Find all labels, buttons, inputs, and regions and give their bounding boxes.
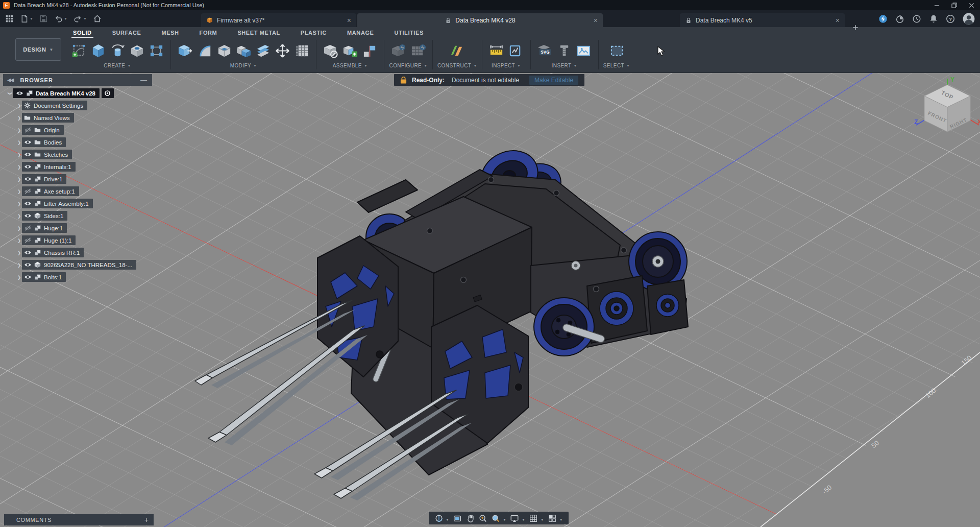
browser-item-huge-1[interactable]: ❯Huge:1 — [3, 223, 152, 233]
chevron-right-icon[interactable]: ❯ — [16, 275, 22, 280]
visibility-eye-icon[interactable] — [24, 274, 32, 280]
ribbon-tab-surface[interactable]: SURFACE — [111, 28, 143, 38]
visibility-eye-icon[interactable] — [24, 213, 32, 219]
collapse-panel-icon[interactable]: ◀◀ — [7, 77, 13, 83]
tree-item-chip[interactable]: Named Views — [22, 113, 74, 123]
chevron-down-icon[interactable]: ▼ — [503, 518, 506, 521]
ribbon-tab-form[interactable]: FORM — [198, 28, 219, 38]
help-icon[interactable]: ? — [946, 14, 955, 23]
workspace-selector[interactable]: DESIGN▼ — [15, 38, 61, 61]
offset-face-icon[interactable] — [253, 39, 273, 62]
parameters-icon[interactable] — [292, 39, 311, 62]
chevron-right-icon[interactable]: ❯ — [16, 115, 22, 121]
minimize-icon[interactable] — [928, 0, 945, 10]
ribbon-group-label[interactable]: INSERT▼ — [552, 63, 577, 68]
chevron-right-icon[interactable]: ❯ — [16, 128, 22, 133]
shell-icon[interactable] — [214, 39, 234, 62]
new-component-icon[interactable] — [340, 39, 360, 62]
chevron-right-icon[interactable]: ❯ — [16, 140, 22, 145]
chevron-right-icon[interactable]: ❯ — [16, 201, 22, 206]
save-icon[interactable] — [39, 14, 48, 23]
browser-item-bolts-1[interactable]: ❯Bolts:1 — [3, 272, 152, 282]
browser-item-chassis-rr-1[interactable]: ❯Chassis RR:1 — [3, 248, 152, 257]
visibility-off-icon[interactable] — [24, 188, 32, 194]
redo-icon[interactable]: ▼ — [74, 14, 87, 23]
canvas-insert-icon[interactable] — [574, 39, 594, 62]
revolve-icon[interactable] — [108, 39, 127, 62]
undo-icon[interactable]: ▼ — [54, 14, 67, 23]
restore-icon[interactable] — [945, 0, 963, 10]
viewcube[interactable]: Y Z X TOP FRONT RIGHT — [913, 75, 980, 135]
insert-mcmaster-icon[interactable] — [555, 39, 574, 62]
create-sketch-icon[interactable] — [69, 39, 88, 62]
chevron-right-icon[interactable]: ❯ — [16, 226, 22, 231]
chevron-down-icon[interactable]: ▼ — [446, 518, 449, 521]
pan-icon[interactable] — [464, 513, 477, 523]
chevron-right-icon[interactable]: ❯ — [8, 90, 13, 96]
chevron-right-icon[interactable]: ❯ — [16, 103, 22, 108]
hole-icon[interactable] — [127, 39, 146, 62]
new-tab-button[interactable] — [851, 23, 860, 32]
ribbon-group-label[interactable]: MODIFY▼ — [230, 63, 257, 68]
browser-item-data-breach-mk4-v28[interactable]: ❯Data Breach MK4 v28 — [3, 88, 152, 98]
ribbon-group-label[interactable]: ASSEMBLE▼ — [333, 63, 368, 68]
chevron-down-icon[interactable]: ▼ — [541, 518, 544, 521]
close-tab-icon[interactable]: × — [586, 17, 598, 24]
ribbon-tab-mesh[interactable]: MESH — [160, 28, 180, 38]
close-tab-icon[interactable]: × — [828, 17, 840, 24]
ribbon-tab-manage[interactable]: MANAGE — [346, 28, 376, 38]
insert-derive-icon[interactable] — [321, 39, 340, 62]
browser-item-sides-1[interactable]: ❯Sides:1 — [3, 211, 152, 221]
visibility-eye-icon[interactable] — [24, 152, 32, 157]
document-tab[interactable]: Firmware alt v37*× — [201, 13, 356, 27]
tree-item-chip[interactable]: Huge (1):1 — [22, 235, 76, 245]
tree-item-chip[interactable]: Sketches — [22, 150, 72, 159]
extrude-icon[interactable] — [88, 39, 108, 62]
visibility-eye-icon[interactable] — [24, 250, 32, 255]
tree-item-chip[interactable]: Data Breach MK4 v28 — [13, 88, 100, 98]
chevron-right-icon[interactable]: ❯ — [16, 177, 22, 182]
insert-svg-icon[interactable]: SVG — [535, 39, 555, 62]
add-comment-icon[interactable]: + — [144, 516, 149, 524]
visibility-eye-icon[interactable] — [24, 164, 32, 170]
analysis-icon[interactable] — [506, 39, 526, 62]
ribbon-group-label[interactable]: CONFIGURE▼ — [389, 63, 428, 68]
browser-item-document-settings[interactable]: ❯Document Settings — [3, 101, 152, 110]
tree-item-chip[interactable]: Document Settings — [22, 101, 87, 110]
ribbon-tab-plastic[interactable]: PLASTIC — [299, 28, 328, 38]
visibility-eye-icon[interactable] — [16, 90, 23, 96]
fillet-icon[interactable] — [195, 39, 214, 62]
file-new-icon[interactable]: ▼ — [20, 14, 33, 23]
browser-item-lifter-assembly-1[interactable]: ❯Lifter Assembly:1 — [3, 199, 152, 208]
tree-item-chip[interactable]: Internals:1 — [22, 162, 76, 172]
history-icon[interactable] — [912, 14, 921, 23]
ribbon-group-label[interactable]: INSPECT▼ — [492, 63, 521, 68]
app-grid-icon[interactable] — [5, 14, 14, 23]
chevron-right-icon[interactable]: ❯ — [16, 152, 22, 157]
tree-item-chip[interactable]: Bodies — [22, 137, 66, 147]
avatar-icon[interactable] — [963, 13, 975, 25]
tree-item-chip[interactable]: Sides:1 — [22, 211, 67, 221]
chevron-right-icon[interactable]: ❯ — [16, 250, 22, 255]
press-pull-icon[interactable] — [176, 39, 195, 62]
tree-item-chip[interactable]: Axe setup:1 — [22, 186, 79, 196]
chevron-right-icon[interactable]: ❯ — [16, 213, 22, 219]
home-icon[interactable] — [93, 14, 102, 23]
visibility-eye-icon[interactable] — [24, 201, 32, 206]
move-icon[interactable] — [273, 39, 292, 62]
look-at-icon[interactable] — [451, 513, 464, 523]
ribbon-tab-utilities[interactable]: UTILITIES — [393, 28, 425, 38]
tree-item-chip[interactable]: Drive:1 — [22, 174, 66, 184]
visibility-off-icon[interactable] — [24, 237, 32, 243]
browser-item-90265a228-no-threads-18[interactable]: ❯90265A228_NO THREADS_18-... — [3, 260, 152, 270]
job-status-icon[interactable] — [878, 14, 888, 23]
ribbon-group-label[interactable]: CONSTRUCT▼ — [437, 63, 477, 68]
zoom-icon[interactable] — [477, 513, 489, 523]
document-tab[interactable]: Data Breach MK4 v28× — [357, 13, 603, 27]
ribbon-group-label[interactable]: SELECT▼ — [603, 63, 630, 68]
ribbon-tab-sheet-metal[interactable]: SHEET METAL — [236, 28, 281, 38]
tree-item-chip[interactable]: Huge:1 — [22, 223, 67, 233]
browser-item-huge-1-1[interactable]: ❯Huge (1):1 — [3, 235, 152, 245]
browser-item-drive-1[interactable]: ❯Drive:1 — [3, 174, 152, 184]
browser-item-sketches[interactable]: ❯Sketches — [3, 150, 152, 159]
